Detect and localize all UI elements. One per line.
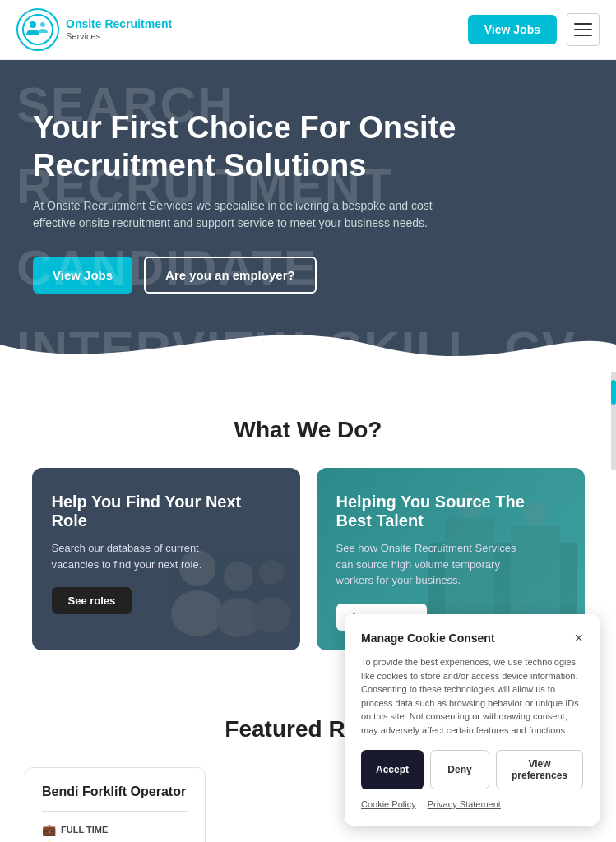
header-right: View Jobs — [468, 13, 600, 46]
svg-point-4 — [171, 590, 224, 636]
cookie-accept-button[interactable]: Accept — [361, 750, 424, 789]
hero-title: Your First Choice For Onsite Recruitment… — [33, 109, 493, 184]
jobseeker-card: Help You Find Your Next Role Search our … — [32, 468, 300, 650]
svg-point-2 — [40, 22, 45, 27]
scroll-thumb — [611, 380, 616, 405]
header-view-jobs-button[interactable]: View Jobs — [468, 15, 557, 44]
privacy-statement-link[interactable]: Privacy Statement — [428, 799, 501, 809]
logo-text: Onsite Recruitment Services — [66, 18, 172, 40]
hero-view-jobs-button[interactable]: View Jobs — [33, 257, 132, 294]
logo-icon — [16, 8, 59, 51]
brand-name: Onsite Recruitment — [66, 18, 172, 30]
hero-employer-button[interactable]: Are you an employer? — [144, 257, 317, 294]
svg-point-0 — [23, 15, 53, 44]
employer-card-description: See how Onsite Recruitment Services can … — [336, 540, 517, 589]
what-we-do-title: What We Do? — [25, 417, 591, 443]
hamburger-line-1 — [574, 23, 592, 25]
header: Onsite Recruitment Services View Jobs — [0, 0, 616, 60]
cookie-policy-link[interactable]: Cookie Policy — [361, 799, 416, 809]
cookie-body-text: To provide the best experiences, we use … — [361, 655, 583, 737]
see-roles-button[interactable]: See roles — [52, 587, 132, 614]
svg-point-7 — [259, 560, 284, 585]
role-meta: 💼 FULL TIME 🪙 PAY £13.70 — [42, 823, 188, 842]
hamburger-line-2 — [574, 29, 592, 30]
hamburger-line-3 — [574, 35, 592, 36]
jobseeker-card-title: Help You Find Your Next Role — [52, 493, 280, 530]
svg-point-1 — [30, 21, 36, 28]
brand-sub: Services — [66, 31, 172, 41]
scroll-indicator — [611, 372, 616, 470]
cookie-title: Manage Cookie Consent — [361, 632, 495, 645]
cookie-links: Cookie Policy Privacy Statement — [361, 799, 583, 809]
cookie-close-button[interactable]: × — [574, 631, 583, 645]
role-card: Bendi Forklift Operator 💼 FULL TIME 🪙 PA… — [25, 767, 206, 842]
hamburger-menu-button[interactable] — [567, 13, 600, 46]
hero-description: At Onsite Recruitment Services we specia… — [33, 197, 444, 232]
briefcase-icon: 💼 — [42, 823, 56, 836]
role-type-label: FULL TIME — [61, 825, 108, 835]
employer-card-title: Helping You Source The Best Talent — [336, 493, 565, 530]
role-type-item: 💼 FULL TIME — [42, 823, 188, 836]
cookie-buttons: Accept Deny View preferences — [361, 750, 583, 789]
cookie-deny-button[interactable]: Deny — [430, 750, 489, 789]
cookie-header: Manage Cookie Consent × — [361, 631, 583, 645]
logo-area: Onsite Recruitment Services — [16, 8, 172, 51]
cookie-consent-dialog: Manage Cookie Consent × To provide the b… — [345, 614, 600, 826]
cookie-preferences-button[interactable]: View preferences — [496, 750, 583, 789]
hero-buttons: View Jobs Are you an employer? — [33, 257, 583, 294]
role-title: Bendi Forklift Operator — [42, 784, 188, 799]
role-divider — [42, 811, 188, 812]
hero-wave — [0, 312, 616, 376]
jobseeker-card-description: Search our database of current vacancies… — [52, 540, 233, 572]
hero-section: SEARCH RECRUITMENT CANDIDATE INTERVIEW S… — [0, 60, 616, 376]
svg-point-8 — [252, 597, 291, 633]
